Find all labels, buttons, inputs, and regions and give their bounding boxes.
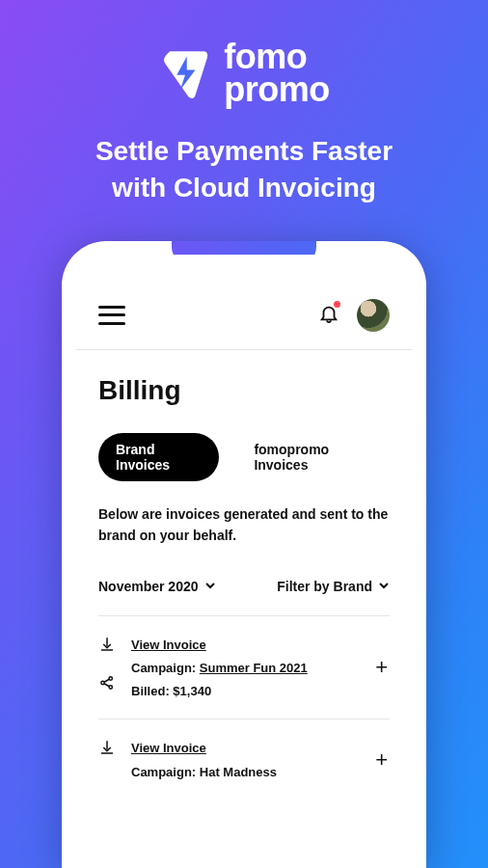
app-screen: Billing Brand Invoices fomopromo Invoice… xyxy=(75,255,413,868)
date-filter[interactable]: November 2020 xyxy=(98,579,216,594)
notifications-button[interactable] xyxy=(318,303,339,328)
logo-text-top: fomo xyxy=(224,41,330,73)
tabs: Brand Invoices fomopromo Invoices xyxy=(98,433,390,481)
expand-button[interactable]: + xyxy=(375,747,388,773)
view-invoice-link[interactable]: View Invoice xyxy=(131,634,390,657)
chevron-down-icon xyxy=(204,579,216,594)
svg-point-1 xyxy=(109,677,112,680)
brand-filter[interactable]: Filter by Brand xyxy=(277,579,390,594)
tab-fomopromo-invoices[interactable]: fomopromo Invoices xyxy=(236,433,390,481)
headline-line1: Settle Payments Faster xyxy=(95,133,393,170)
logo-bolt-icon xyxy=(158,46,212,100)
share-icon[interactable] xyxy=(98,674,116,695)
campaign-name[interactable]: Summer Fun 2021 xyxy=(200,661,308,675)
svg-point-0 xyxy=(101,682,104,685)
expand-button[interactable]: + xyxy=(375,655,388,680)
tab-brand-invoices[interactable]: Brand Invoices xyxy=(98,433,219,481)
campaign-line: Campaign: Hat Madness xyxy=(131,761,390,784)
phone-frame: Billing Brand Invoices fomopromo Invoice… xyxy=(62,241,426,868)
date-filter-label: November 2020 xyxy=(98,579,199,594)
invoice-item: View Invoice Campaign: Summer Fun 2021 B… xyxy=(98,616,390,719)
logo-text: fomo promo xyxy=(224,41,330,106)
divider xyxy=(75,349,413,350)
view-invoice-link[interactable]: View Invoice xyxy=(131,737,390,760)
brand-logo: fomo promo xyxy=(158,41,330,106)
tab-description: Below are invoices generated and sent to… xyxy=(98,504,390,546)
page-title: Billing xyxy=(98,375,390,406)
svg-point-2 xyxy=(109,686,112,689)
top-bar xyxy=(98,299,390,332)
notification-dot-icon xyxy=(334,301,340,308)
filters: November 2020 Filter by Brand xyxy=(98,579,390,594)
billed-prefix: Billed: xyxy=(131,684,173,698)
campaign-line: Campaign: Summer Fun 2021 xyxy=(131,657,390,680)
chevron-down-icon xyxy=(378,579,390,594)
brand-filter-label: Filter by Brand xyxy=(277,579,372,594)
invoice-list: View Invoice Campaign: Summer Fun 2021 B… xyxy=(98,615,390,799)
headline: Settle Payments Faster with Cloud Invoic… xyxy=(95,133,393,206)
avatar[interactable] xyxy=(357,299,390,332)
billed-line: Billed: $1,340 xyxy=(131,680,390,703)
campaign-name: Hat Madness xyxy=(200,765,277,779)
logo-text-bottom: promo xyxy=(224,73,330,106)
billed-amount: $1,340 xyxy=(173,684,211,698)
invoice-item: View Invoice Campaign: Hat Madness + xyxy=(98,719,390,799)
menu-button[interactable] xyxy=(98,306,125,325)
download-icon[interactable] xyxy=(98,636,116,657)
campaign-prefix: Campaign: xyxy=(131,765,200,779)
campaign-prefix: Campaign: xyxy=(131,661,200,675)
download-icon[interactable] xyxy=(98,739,116,760)
headline-line2: with Cloud Invoicing xyxy=(95,170,393,206)
